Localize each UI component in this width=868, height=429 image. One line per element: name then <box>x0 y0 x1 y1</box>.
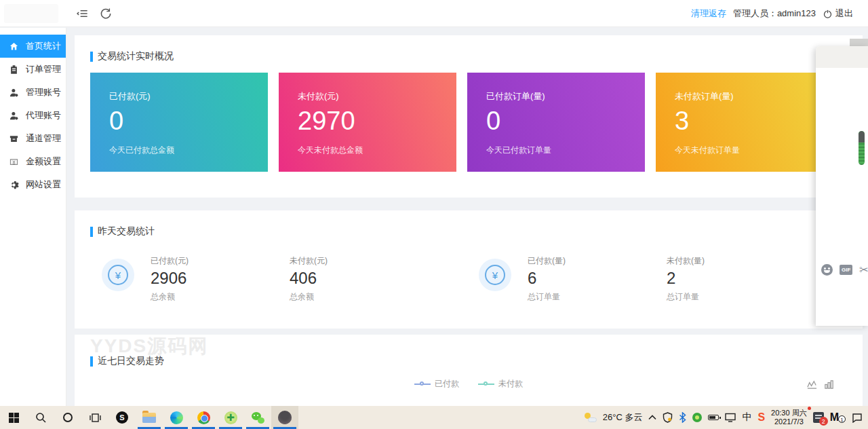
yesterday-stats-panel: 昨天交易统计 ¥ 已付款(元) 2906 总余额 未付款(元) 406 总余额 … <box>75 210 863 329</box>
ime-m-letter: M <box>830 412 839 423</box>
file-explorer-button[interactable] <box>136 406 163 429</box>
stat-value: 2 <box>667 269 705 288</box>
title-accent-bar <box>90 356 93 367</box>
chat-window-overlay: GIF ✂ <box>816 46 868 326</box>
chart-legend: 已付款 未付款 <box>75 378 863 390</box>
stat-card-value: 0 <box>109 107 268 135</box>
amount-icon <box>9 157 19 167</box>
stat-card-value: 2970 <box>298 107 456 135</box>
sidebar-item-channels[interactable]: 通道管理 <box>0 127 66 150</box>
user-avatar-icon <box>278 411 292 424</box>
pinwheel-app-button[interactable]: S <box>108 406 136 429</box>
bar-chart-icon[interactable] <box>824 379 834 390</box>
top-header: 清理返存 管理人员：admin123 退出 <box>0 0 868 27</box>
section-title-text: 交易统计实时概况 <box>98 50 174 62</box>
logout-button[interactable]: 退出 <box>823 7 853 20</box>
windows-taskbar: S ✚ 26°C 多云 <box>0 406 868 429</box>
ime-m1-icon[interactable]: M 1 <box>830 412 846 423</box>
file-explorer-icon <box>142 413 156 423</box>
section-title-trend: 近七日交易走势 <box>90 355 164 367</box>
weather-icon[interactable] <box>585 413 597 422</box>
ime-m-number: 1 <box>838 415 846 423</box>
stat-card-unpaid-amount: 未付款(元) 2970 今天未付款总金额 <box>279 73 456 172</box>
stat-card-label: 已付款(元) <box>109 90 268 102</box>
collapse-menu-icon[interactable] <box>76 7 90 20</box>
line-chart-icon[interactable] <box>807 379 817 390</box>
notification-dot <box>808 407 811 410</box>
stat-caption: 总订单量 <box>528 291 566 303</box>
gif-icon[interactable]: GIF <box>840 265 852 275</box>
yesterday-stat-paid-orders: 已付款(量) 6 总订单量 <box>528 255 566 303</box>
security-shield-icon[interactable] <box>663 412 673 423</box>
admin-user-label: 管理人员：admin123 <box>733 7 816 20</box>
stat-label: 未付款(元) <box>290 255 328 267</box>
sidebar-item-label: 金额设置 <box>26 155 61 168</box>
sidebar-item-agent-accounts[interactable]: 代理账号 <box>0 104 66 127</box>
legend-label: 已付款 <box>435 378 459 390</box>
yesterday-stat-unpaid-orders: 未付款(量) 2 总订单量 <box>667 255 705 303</box>
stat-caption: 总余额 <box>151 291 189 303</box>
notification-badge: 2 <box>819 417 828 426</box>
sidebar-item-home-stats[interactable]: 首页统计 <box>0 35 66 58</box>
start-button[interactable] <box>0 406 27 429</box>
network-display-icon[interactable] <box>725 413 736 422</box>
logout-label: 退出 <box>835 7 853 20</box>
stat-value: 6 <box>528 269 566 288</box>
legend-item-paid[interactable]: 已付款 <box>414 378 459 390</box>
channel-icon <box>9 134 19 144</box>
sidebar-item-site-settings[interactable]: 网站设置 <box>0 173 66 196</box>
edge-button[interactable] <box>163 406 190 429</box>
legend-item-unpaid[interactable]: 未付款 <box>478 378 523 390</box>
taskbar-clock[interactable]: 20:30 周六 2021/7/3 <box>771 409 807 426</box>
notes-tray-icon[interactable]: 2 <box>813 412 824 423</box>
sidebar-item-label: 管理账号 <box>26 86 61 98</box>
chat-input-toolbar: GIF ✂ <box>821 263 868 276</box>
green-plus-app-button[interactable]: ✚ <box>217 406 244 429</box>
stat-value: 2906 <box>151 269 189 288</box>
task-view-icon <box>90 413 101 423</box>
sidebar-nav: 首页统计 订单管理 管理账号 代理账号 通道管理 金额设置 网站设置 <box>0 28 66 406</box>
search-button[interactable] <box>27 406 54 429</box>
stat-card-unpaid-orders: 未付款订单(量) 3 今天未付款订单量 <box>656 73 833 172</box>
site-settings-icon <box>9 180 19 190</box>
wechat-button[interactable] <box>244 406 271 429</box>
sidebar-item-admin-accounts[interactable]: 管理账号 <box>0 81 66 104</box>
clear-cache-link[interactable]: 清理返存 <box>691 7 726 20</box>
sidebar-item-amount-settings[interactable]: 金额设置 <box>0 150 66 173</box>
site-logo <box>4 4 58 23</box>
task-view-button[interactable] <box>81 406 108 429</box>
chat-window-header[interactable] <box>816 46 868 68</box>
stat-card-value: 0 <box>486 107 645 135</box>
stat-caption: 总订单量 <box>667 291 705 303</box>
screenshot-scissors-icon[interactable]: ✂ <box>859 263 868 276</box>
yesterday-stat-unpaid-amount: 未付款(元) 406 总余额 <box>290 255 328 303</box>
emoji-icon[interactable] <box>821 264 833 276</box>
clock-time: 20:30 周六 <box>771 409 807 417</box>
sidebar-item-orders[interactable]: 订单管理 <box>0 58 66 81</box>
legend-marker-paid <box>414 381 431 388</box>
wechat-icon <box>252 412 264 424</box>
title-accent-bar <box>90 227 93 237</box>
yuan-circle-icon: ¥ <box>479 259 511 291</box>
chart-toolbox <box>807 379 834 390</box>
bluetooth-icon[interactable] <box>679 412 686 423</box>
stat-card-paid-orders: 已付款订单(量) 0 今天已付款订单量 <box>467 73 645 172</box>
ime-language-indicator[interactable]: 中 <box>742 411 751 424</box>
yesterday-stat-paid-amount: 已付款(元) 2906 总余额 <box>151 255 189 303</box>
sogou-ime-icon[interactable]: S <box>757 411 765 424</box>
weather-text[interactable]: 26°C 多云 <box>603 411 643 424</box>
stat-label: 未付款(量) <box>667 255 705 267</box>
avatar-app-button[interactable] <box>271 406 298 429</box>
battery-icon[interactable] <box>708 415 719 420</box>
cortana-button[interactable] <box>54 406 81 429</box>
show-hidden-icons-chevron[interactable] <box>648 415 656 420</box>
stat-card-caption: 今天已付款订单量 <box>486 145 645 156</box>
chrome-button[interactable] <box>190 406 217 429</box>
home-icon <box>9 41 19 52</box>
refresh-icon[interactable] <box>99 7 113 20</box>
chat-scroll-indicator[interactable] <box>859 131 865 165</box>
green-circle-tray-icon[interactable] <box>692 413 702 422</box>
action-center-icon[interactable] <box>852 413 863 423</box>
stat-card-caption: 今天已付款总金额 <box>109 145 268 156</box>
stat-label: 已付款(元) <box>151 255 189 267</box>
